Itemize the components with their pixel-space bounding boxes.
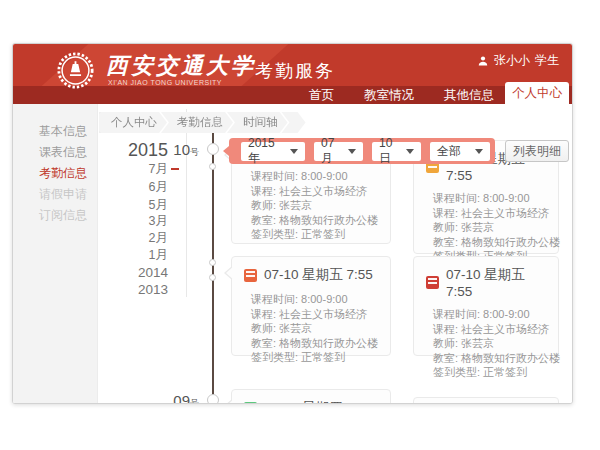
timeline-node (207, 394, 219, 404)
timeline-month-mar[interactable]: 3月 (108, 213, 168, 230)
sidebar-item-attendance[interactable]: 考勤信息 (13, 163, 97, 184)
timeline-year-2014[interactable]: 2014 (108, 265, 168, 280)
breadcrumb-attendance[interactable]: 考勤信息 (161, 112, 233, 133)
app-header: 西安交通大学 XI'AN JIAO TONG UNIVERSITY 考勤服务 张… (13, 44, 572, 104)
user-role: 学生 (535, 52, 559, 69)
sidebar-item-leave-request[interactable]: 请假申请 (13, 184, 97, 205)
university-name-en: XI'AN JIAO TONG UNIVERSITY (108, 79, 222, 86)
year-dropdown[interactable]: 2015年 (241, 142, 305, 161)
status-icon (426, 276, 439, 289)
main-nav: 首页 教室情况 其他信息 个人中心 (13, 86, 572, 104)
app-title: 考勤服务 (255, 59, 335, 83)
nav-item-other-info[interactable]: 其他信息 (444, 86, 494, 104)
timeline-year-2013[interactable]: 2013 (108, 282, 168, 297)
list-detail-button[interactable]: 列表明细 (505, 140, 569, 162)
status-icon (244, 269, 257, 282)
day-marker-09: 09号 (141, 392, 199, 404)
chevron-down-icon (406, 149, 414, 154)
breadcrumb: 个人中心 考勤信息 时间轴 (99, 112, 306, 133)
app-window: 西安交通大学 XI'AN JIAO TONG UNIVERSITY 考勤服务 张… (12, 43, 573, 404)
university-logo-icon (57, 52, 94, 89)
user-info[interactable]: 张小小 学生 (477, 52, 559, 69)
month-dropdown[interactable]: 07月 (314, 142, 363, 161)
day-dropdown[interactable]: 10日 (372, 142, 421, 161)
timeline-node (209, 163, 216, 170)
breadcrumb-timeline[interactable]: 时间轴 (227, 112, 288, 133)
sidebar-item-schedule[interactable]: 课表信息 (13, 142, 97, 163)
attendance-card[interactable]: 07-09 星期四 7:55 (231, 389, 391, 404)
sidebar: 基本信息 课表信息 考勤信息 请假申请 订阅信息 (13, 104, 98, 403)
timeline-month-jun[interactable]: 6月 (108, 179, 168, 196)
chevron-down-icon (348, 149, 356, 154)
attendance-card[interactable]: 07-10 星期五 7:55 课程时间:8:00-9:00 课程:社会主义市场经… (413, 256, 559, 356)
sidebar-item-basic-info[interactable]: 基本信息 (13, 121, 97, 142)
attendance-card[interactable] (413, 397, 559, 404)
attendance-card[interactable]: 07-10 星期五 7:55 课程时间:8:00-9:00 课程:社会主义市场经… (231, 256, 391, 356)
timeline-month-jan[interactable]: 1月 (108, 247, 168, 264)
person-icon (477, 55, 489, 67)
university-name-cn: 西安交通大学 (106, 51, 256, 81)
day-marker-10: 10号 (141, 141, 199, 159)
content-area: 基本信息 课表信息 考勤信息 请假申请 订阅信息 个人中心 考勤信息 时间轴 2… (13, 104, 572, 403)
nav-tab-personal-center[interactable]: 个人中心 (505, 82, 569, 104)
type-dropdown[interactable]: 全部 (430, 142, 490, 161)
sidebar-item-subscription[interactable]: 订阅信息 (13, 205, 97, 226)
timeline-month-feb[interactable]: 2月 (108, 230, 168, 247)
timeline-month-may[interactable]: 5月 (108, 197, 168, 214)
breadcrumb-personal-center[interactable]: 个人中心 (99, 112, 167, 133)
nav-item-classrooms[interactable]: 教室情况 (364, 86, 414, 104)
filter-bar: 2015年 07月 10日 全部 (229, 138, 495, 164)
status-icon (244, 402, 257, 405)
nav-item-home[interactable]: 首页 (309, 86, 334, 104)
chevron-down-icon (475, 149, 483, 154)
timeline-node (209, 274, 216, 281)
card-title: 07-10 星期五 7:55 (264, 266, 373, 284)
months-column-divider (186, 109, 187, 297)
timeline-month-jul[interactable]: 7月 (108, 161, 168, 178)
timeline-node (209, 259, 216, 266)
chevron-down-icon (290, 149, 298, 154)
card-title: 07-10 星期五 7:55 (446, 266, 546, 299)
timeline-node (207, 143, 219, 155)
card-title: 07-09 星期四 7:55 (264, 399, 373, 404)
user-name: 张小小 (494, 52, 530, 69)
